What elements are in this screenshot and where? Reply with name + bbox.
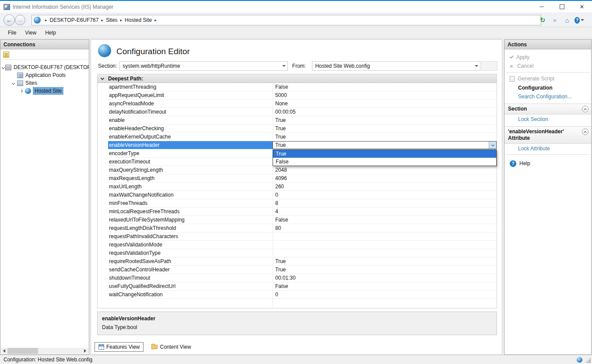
section-group-header[interactable]: Section (504, 104, 591, 114)
property-row[interactable]: maxQueryStringLength2048 (108, 166, 497, 174)
minimize-button[interactable] (532, 1, 552, 13)
property-row[interactable]: maxRequestLength4096 (108, 174, 497, 183)
tree-item-app-pools[interactable]: Application Pools (0, 71, 89, 79)
property-row[interactable]: minLocalRequestFreeThreads4 (108, 208, 497, 216)
connections-tree: DESKTOP-E6UF767 (DESKTOP-Application Poo… (0, 60, 89, 95)
create-connection-icon[interactable] (3, 52, 9, 58)
apply-button[interactable]: Apply (504, 53, 591, 62)
property-info-panel: enableVersionHeader Data Type:bool (97, 312, 497, 335)
breadcrumb-arrow-icon[interactable]: ▸ (154, 18, 157, 22)
dropdown-option[interactable]: True (273, 150, 496, 158)
property-row[interactable]: maxUrlLength260 (108, 183, 497, 191)
menu-help[interactable]: Help (41, 28, 60, 38)
features-view-icon (98, 344, 104, 350)
tree-item-label: Application Pools (25, 72, 66, 78)
menu-view[interactable]: View (21, 28, 41, 38)
property-name: enableVersionHeader (108, 141, 273, 149)
property-row[interactable]: enableHeaderCheckingTrue (108, 125, 497, 133)
property-row[interactable]: delayNotificationTimeout00:00:05 (108, 108, 497, 116)
refresh-icon[interactable]: ↻ (538, 15, 547, 25)
property-row[interactable]: appRequestQueueLimit5000 (108, 91, 497, 100)
value-dropdown-button[interactable] (489, 142, 496, 149)
tree-item-sites[interactable]: Sites (0, 79, 89, 87)
connections-header: Connections (0, 40, 89, 49)
property-row[interactable]: shutdownTimeout00:01:30 (108, 274, 497, 282)
breadcrumb-arrow-icon[interactable]: ▸ (120, 18, 123, 22)
property-value[interactable]: True (273, 141, 497, 149)
property-name: maxUrlLength (108, 183, 273, 191)
home-icon[interactable]: ⌂ (562, 15, 572, 25)
property-row[interactable]: requireRootedSaveAsPathTrue (108, 257, 497, 266)
property-value (273, 249, 497, 257)
tree-item-server[interactable]: DESKTOP-E6UF767 (DESKTOP- (0, 63, 89, 71)
property-row[interactable]: useFullyQualifiedRedirectUrlFalse (108, 282, 497, 291)
window-controls: ✕ (532, 1, 592, 13)
from-dropdown[interactable]: Hosted Site Web.config (312, 61, 480, 71)
property-value: 4096 (273, 174, 497, 182)
expander-icon[interactable] (2, 66, 4, 69)
configuration-editor-panel: Configuration Editor Section: system.web… (91, 39, 502, 355)
property-row[interactable]: waitChangeNotification0 (108, 291, 497, 299)
close-button[interactable]: ✕ (572, 1, 592, 13)
lock-section-link[interactable]: Lock Section (504, 114, 591, 123)
dropdown-option[interactable]: False (273, 158, 496, 166)
controls-spacer (481, 61, 497, 71)
collapse-attribute-icon[interactable] (582, 128, 588, 135)
property-row[interactable]: requestLengthDiskThreshold80 (108, 224, 497, 232)
features-view-tab[interactable]: Features View (95, 342, 144, 352)
breadcrumb-item-sites[interactable]: Sites (106, 17, 118, 23)
property-row[interactable]: requestValidationMode (108, 241, 497, 249)
search-configuration-link[interactable]: Search Configuration... (504, 92, 591, 101)
help-menu-button[interactable]: ? (574, 15, 584, 25)
scroll-left-icon[interactable] (1, 348, 7, 354)
lock-attribute-link[interactable]: Lock Attribute (504, 144, 591, 153)
help-button[interactable]: ? Help (504, 159, 591, 168)
breadcrumb[interactable]: ▸ DESKTOP-E6UF767 ▸ Sites ▸ Hosted Site … (32, 15, 541, 25)
menu-file[interactable]: File (4, 28, 21, 38)
property-grid: Deepest Path: apartmentThreadingFalseapp… (97, 74, 497, 309)
section-dropdown[interactable]: system.web/httpRuntime (119, 61, 288, 71)
tree-item-site[interactable]: Hosted Site (0, 87, 89, 95)
cancel-button[interactable]: × Cancel (504, 62, 591, 70)
expander-icon[interactable] (10, 82, 16, 84)
property-row[interactable]: requestPathInvalidCharacters (108, 232, 497, 241)
cancel-icon: × (510, 63, 514, 69)
maximize-button[interactable] (552, 1, 572, 13)
property-row[interactable]: minFreeThreads8 (108, 199, 497, 208)
forward-button[interactable]: → (15, 15, 25, 25)
attribute-group-header[interactable]: 'enableVersionHeader' Attribute (504, 126, 591, 144)
grid-header-row[interactable]: Deepest Path: (98, 74, 497, 83)
expander-icon[interactable] (18, 90, 24, 92)
property-row[interactable]: enableVersionHeaderTrue (108, 141, 497, 149)
property-row[interactable]: requestValidationType (108, 249, 497, 257)
breadcrumb-arrow-icon[interactable]: ▸ (101, 18, 103, 22)
view-tabs: Features View Content View (95, 342, 199, 352)
property-row[interactable]: relaxedUrlToFileSystemMappingFalse (108, 216, 497, 224)
disconnect-icon[interactable]: × (550, 15, 560, 25)
resize-grip[interactable] (586, 358, 591, 363)
generate-script-button[interactable]: Generate Script (504, 74, 591, 83)
scrollbar-thumb[interactable] (7, 348, 38, 354)
content-view-tab[interactable]: Content View (148, 343, 194, 351)
titlebar: Internet Information Services (IIS) Mana… (0, 1, 592, 13)
app-pools-icon (17, 73, 23, 78)
property-row[interactable]: enableTrue (108, 116, 497, 125)
property-row[interactable]: maxWaitChangeNotification0 (108, 191, 497, 199)
chevron-down-icon (282, 65, 286, 67)
iis-manager-window: Internet Information Services (IIS) Mana… (0, 0, 592, 364)
breadcrumb-item-server[interactable]: DESKTOP-E6UF767 (50, 17, 99, 23)
property-value: 4 (273, 208, 497, 215)
property-row[interactable]: apartmentThreadingFalse (108, 83, 497, 91)
breadcrumb-item-hosted-site[interactable]: Hosted Site (125, 17, 152, 23)
back-button[interactable]: ← (4, 14, 15, 26)
property-name: appRequestQueueLimit (108, 91, 273, 99)
property-row[interactable]: sendCacheControlHeaderTrue (108, 266, 497, 274)
horizontal-scrollbar[interactable] (1, 348, 88, 354)
property-row[interactable]: asyncPreloadModeNone (108, 100, 497, 108)
property-row[interactable]: enableKernelOutputCacheTrue (108, 133, 497, 141)
collapse-section-icon[interactable] (582, 106, 588, 112)
scroll-right-icon[interactable] (82, 348, 88, 354)
breadcrumb-arrow-icon[interactable]: ▸ (45, 18, 47, 22)
separator (505, 154, 590, 155)
collapse-icon[interactable] (101, 76, 104, 80)
